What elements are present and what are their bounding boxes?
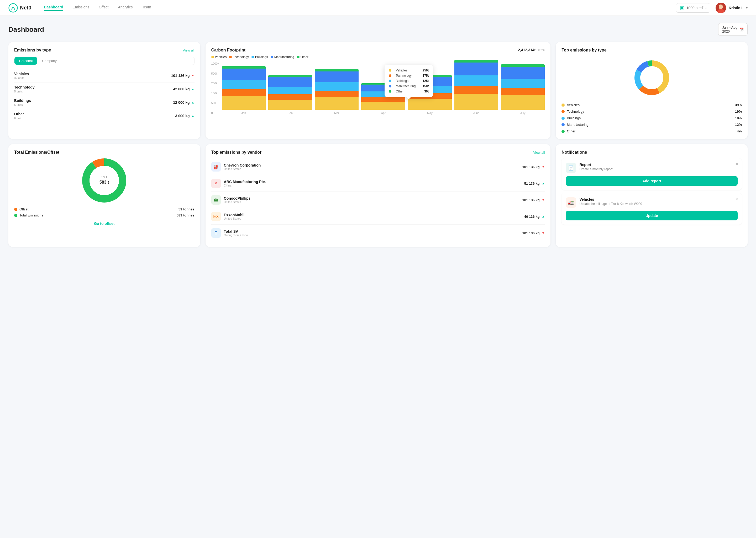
- offset-donut-wrap: 59 t 583 t: [80, 157, 128, 204]
- vendors-view-all[interactable]: View all: [533, 150, 545, 154]
- toggle-personal[interactable]: Personal: [15, 57, 37, 65]
- emissions-view-all[interactable]: View all: [183, 48, 195, 52]
- tooltip-label: Vehicles: [396, 69, 418, 72]
- bar-group: Feb: [268, 75, 312, 115]
- bar-month-label: Feb: [288, 111, 293, 115]
- offset-legend-emissions: Total Emissions 583 tonnes: [14, 213, 195, 217]
- bar-group: Mar: [315, 69, 358, 115]
- donut-pct: 18%: [735, 116, 742, 120]
- user-area[interactable]: Kristin I. ▾: [716, 3, 748, 13]
- nav-team[interactable]: Team: [142, 5, 151, 11]
- vendor-country: United States: [224, 167, 261, 171]
- vendor-value: 101 136 kg: [522, 165, 540, 169]
- y-axis-label: 50k: [211, 101, 219, 105]
- credits-box: ▣ 1000 credits: [676, 3, 710, 13]
- nav-offset[interactable]: Offset: [99, 5, 109, 11]
- bar-segment: [222, 96, 266, 110]
- notif-desc: Update the mileage of Truck Kenworth W90…: [579, 202, 642, 206]
- vendor-country: China: [224, 184, 266, 187]
- offset-label: Offset: [20, 207, 28, 211]
- notification-item: 📄 Report Create a monthly report ✕ Add r…: [561, 158, 742, 190]
- donut-legend-label: Vehicles: [567, 103, 579, 107]
- bar-segment: [501, 67, 545, 79]
- bar-chart: 1000k500k250k100k50k0 JanFebMarAprMayJun…: [211, 62, 545, 115]
- bar-month-label: July: [520, 111, 526, 115]
- bar-segment: [222, 66, 266, 69]
- vendor-left: ⛽ Chevron Corporation United States: [211, 162, 261, 172]
- bar-segment: [361, 97, 405, 101]
- nav-emissions[interactable]: Emissions: [72, 5, 89, 11]
- donut-legend-dot: [561, 123, 565, 126]
- credits-icon: ▣: [680, 5, 684, 11]
- vendor-logo: A: [211, 179, 221, 188]
- go-to-offset-link[interactable]: Go to offset: [14, 221, 195, 226]
- legend-item: Buildings: [252, 55, 268, 59]
- tooltip-value: 250t: [422, 69, 429, 72]
- tooltip-label: Buildings: [396, 79, 418, 83]
- notifications-title: Notifications: [561, 150, 742, 155]
- close-icon[interactable]: ✕: [735, 196, 739, 201]
- bar-group: Jan: [222, 66, 266, 115]
- legend-label: Vehicles: [215, 55, 227, 59]
- legend-label: Buildings: [255, 55, 268, 59]
- date-filter[interactable]: Jan – Aug2020 📅: [718, 23, 748, 36]
- vendor-country: United States: [224, 200, 251, 204]
- vendor-info: Chevron Corporation United States: [224, 163, 261, 171]
- emissions-label: Total Emissions: [20, 213, 43, 217]
- emission-sub: 5 units: [14, 103, 31, 106]
- notif-desc: Create a monthly report: [579, 167, 612, 171]
- donut-legend-row: Manufacturing 12%: [561, 123, 742, 127]
- carbon-footprint-card: Carbon Footprint 2,412,314t CO2e Vehicle…: [206, 42, 551, 139]
- chart-tooltip: Vehicles 250t Technology 175t Buildings …: [385, 65, 433, 97]
- vendor-logo: EX: [211, 212, 221, 221]
- vendor-value: 40 136 kg: [524, 215, 540, 219]
- bar-group: June: [454, 60, 498, 115]
- bar-segment: [222, 80, 266, 89]
- legend-dot: [229, 56, 232, 58]
- vendor-left: T Total SA Guangzhou, China: [211, 228, 248, 238]
- notif-header: 📄 Report Create a monthly report: [566, 163, 737, 173]
- vendor-logo: 🏔: [211, 195, 221, 205]
- notif-icon-wrap: 📄: [566, 163, 576, 173]
- update-button[interactable]: Update: [566, 211, 737, 220]
- cf-total-value: 2,412,314t CO2e: [518, 48, 545, 52]
- notif-content: Report Create a monthly report: [579, 163, 612, 171]
- notif-title: Vehicles: [579, 197, 642, 201]
- add-report-button[interactable]: Add report: [566, 176, 737, 186]
- top-emissions-type-title: Top emissions by type: [561, 48, 606, 53]
- nav-analytics[interactable]: Analytics: [118, 5, 132, 11]
- svg-point-2: [719, 4, 723, 9]
- vendor-value: 51 136 kg: [524, 182, 540, 186]
- bar-month-label: June: [473, 111, 480, 115]
- bar-segment: [315, 82, 358, 90]
- toggle-company[interactable]: Company: [37, 57, 62, 65]
- cf-total-block: 2,412,314t CO2e: [518, 48, 545, 52]
- chart-area: 1000k500k250k100k50k0 JanFebMarAprMayJun…: [211, 62, 545, 120]
- tooltip-row: Vehicles 250t: [389, 68, 429, 73]
- tooltip-row: Technology 175t: [389, 73, 429, 78]
- arrow-up-icon: ▲: [542, 182, 545, 185]
- donut-chart: [631, 57, 673, 99]
- svg-point-4: [641, 67, 663, 89]
- donut-legend-list: Vehicles 39% Technology 19% Buildings 18…: [561, 103, 742, 133]
- emission-row: Buildings 5 units 12 000 kg ▲: [14, 96, 195, 109]
- offset-legend-offset: Offset 59 tonnes: [14, 207, 195, 211]
- toggle-group: Personal Company: [14, 57, 195, 65]
- emission-label: Technology: [14, 85, 35, 89]
- nav-dashboard[interactable]: Dashboard: [44, 5, 63, 11]
- arrow-up-icon: ▲: [542, 215, 545, 218]
- donut-legend-row: Buildings 18%: [561, 116, 742, 120]
- cf-header: Carbon Footprint 2,412,314t CO2e: [211, 48, 545, 53]
- tooltip-row: Other 30t: [389, 89, 429, 94]
- top-emissions-type-header: Top emissions by type: [561, 48, 742, 53]
- y-axis-label: 1000k: [211, 62, 219, 65]
- emission-rows: Vehicles 32 units 101 136 kg ▼ Technolog…: [14, 69, 195, 123]
- svg-text:T: T: [215, 231, 217, 235]
- calendar-icon: 📅: [739, 27, 744, 31]
- close-icon[interactable]: ✕: [735, 162, 739, 167]
- vendor-country: Guangzhou, China: [224, 234, 248, 237]
- donut-pct: 12%: [735, 123, 742, 127]
- nav-right: ▣ 1000 credits Kristin I. ▾: [676, 3, 748, 13]
- tooltip-row: Manufacturing... 150t: [389, 83, 429, 89]
- vendor-list: ⛽ Chevron Corporation United States 101 …: [211, 159, 545, 241]
